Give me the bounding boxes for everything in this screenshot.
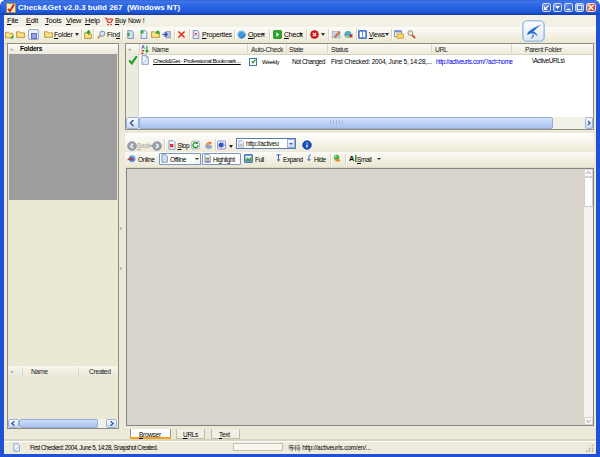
svg-text:Z: Z	[141, 50, 144, 54]
svg-text:A: A	[349, 154, 355, 163]
